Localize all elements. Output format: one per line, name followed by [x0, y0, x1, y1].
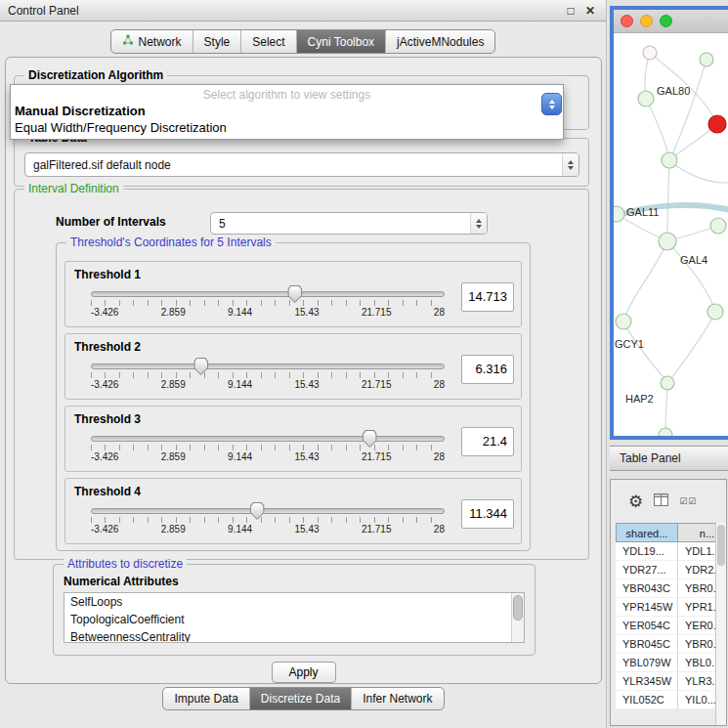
columns-icon[interactable]: [654, 492, 668, 510]
node[interactable]: [661, 376, 674, 390]
cell[interactable]: YDL19...: [616, 542, 678, 561]
table-data-combo[interactable]: galFiltered.sif default node: [24, 152, 579, 177]
cell[interactable]: YDR27...: [616, 561, 678, 579]
threshold-3-slider[interactable]: -3.4262.8599.14415.4321.71528: [91, 436, 445, 462]
tab-impute-data[interactable]: Impute Data: [163, 688, 248, 709]
tab-jactivemnodules[interactable]: jActiveMNodules: [385, 30, 494, 53]
node-label-gcy1[interactable]: GCY1: [615, 338, 644, 350]
tab-select[interactable]: Select: [240, 30, 295, 53]
list-item[interactable]: TopologicalCoefficient: [64, 611, 524, 628]
numerical-attributes-list[interactable]: SelfLoops TopologicalCoefficient Between…: [64, 592, 525, 643]
table-row[interactable]: YBL079WYBL0...: [616, 654, 727, 672]
table-row[interactable]: YDL19...YDL1...: [616, 542, 727, 561]
table-row[interactable]: YDR27...YDR2...: [616, 561, 727, 579]
node[interactable]: [614, 206, 624, 222]
tab-discretize-data[interactable]: Discretize Data: [249, 688, 351, 709]
node[interactable]: [710, 218, 726, 234]
slider-track[interactable]: [91, 508, 445, 514]
close-traffic-button[interactable]: [621, 15, 633, 27]
dropdown-option-equal-width-frequency[interactable]: Equal Width/Frequency Discretization: [11, 119, 563, 136]
float-window-button[interactable]: □: [563, 4, 578, 18]
checkbox-select-icons[interactable]: ☑☑: [679, 496, 697, 506]
combo-stepper[interactable]: [562, 153, 578, 176]
slider-track[interactable]: [91, 436, 445, 442]
tab-cyni-toolbox[interactable]: Cyni Toolbox: [296, 30, 385, 53]
threshold-1-thumb[interactable]: [287, 285, 302, 303]
group-title: Interval Definition: [24, 182, 123, 195]
tab-label: Style: [204, 35, 231, 49]
node-label-gal4[interactable]: GAL4: [680, 254, 707, 266]
slider-ticks: [91, 445, 445, 450]
table-row[interactable]: YPR145WYPR1...: [616, 598, 727, 617]
threshold-2-value-field[interactable]: 6.316: [461, 355, 514, 384]
cell[interactable]: YLR345W: [616, 672, 678, 691]
tab-style[interactable]: Style: [193, 30, 241, 53]
node[interactable]: [707, 304, 723, 320]
settings-gear-icon[interactable]: ⚙: [628, 493, 643, 510]
number-of-intervals-spinner[interactable]: 5: [210, 212, 488, 235]
table-scrollbar[interactable]: [715, 523, 726, 725]
list-item[interactable]: SelfLoops: [64, 593, 524, 611]
column-header-shared-name[interactable]: shared...: [616, 523, 678, 542]
slider-track[interactable]: [91, 291, 445, 297]
threshold-1-value-field[interactable]: 14.713: [461, 282, 514, 312]
node[interactable]: [638, 91, 654, 107]
table-row[interactable]: YER054CYER0...: [616, 617, 727, 635]
group-title: Attributes to discretize: [64, 557, 187, 571]
spinner-stepper[interactable]: [470, 213, 487, 234]
threshold-2-thumb[interactable]: [193, 358, 208, 375]
node-label-gal80[interactable]: GAL80: [657, 85, 690, 97]
scale-label: 28: [434, 524, 445, 535]
zoom-traffic-button[interactable]: [660, 15, 672, 27]
algorithm-combo-stepper[interactable]: [541, 93, 562, 115]
node[interactable]: [700, 53, 713, 66]
threshold-4-value-field[interactable]: 11.344: [461, 499, 514, 529]
network-canvas[interactable]: GAL80 GAL11 GAL4 GCY1 HAP2: [614, 34, 728, 436]
cell[interactable]: YER054C: [616, 617, 678, 635]
scale-label: -3.426: [91, 451, 118, 462]
apply-button[interactable]: Apply: [272, 662, 336, 683]
cell[interactable]: YIL052C: [616, 691, 678, 709]
scrollbar-thumb[interactable]: [717, 525, 725, 566]
node[interactable]: [662, 152, 677, 168]
table-row[interactable]: YIL052CYIL0...: [616, 691, 727, 709]
node[interactable]: [659, 233, 676, 250]
node[interactable]: [659, 428, 672, 436]
spinner-value: 5: [211, 217, 470, 231]
cell[interactable]: YPR145W: [616, 598, 678, 617]
list-scrollbar[interactable]: [511, 593, 524, 642]
scrollbar-thumb[interactable]: [513, 595, 523, 621]
network-view-window[interactable]: GAL80 GAL11 GAL4 GCY1 HAP2: [610, 6, 728, 440]
node-label-hap2[interactable]: HAP2: [625, 393, 654, 405]
close-window-button[interactable]: ✕: [582, 4, 598, 18]
threshold-1-slider[interactable]: -3.4262.8599.14415.4321.71528: [91, 291, 445, 318]
list-item[interactable]: BetweennessCentrality: [64, 628, 524, 643]
node[interactable]: [616, 314, 631, 329]
cell[interactable]: YBR045C: [616, 635, 678, 654]
network-graph: GAL80 GAL11 GAL4 GCY1 HAP2: [614, 34, 728, 436]
dropdown-placeholder: Select algorithm to view settings: [11, 87, 563, 103]
dropdown-option-manual-discretization[interactable]: Manual Discretization: [11, 103, 563, 119]
table-row[interactable]: YBR043CYBR0...: [616, 579, 727, 598]
table-row[interactable]: YLR345WYLR3...: [616, 672, 727, 691]
cell[interactable]: YBR043C: [616, 579, 678, 598]
right-pane: GAL80 GAL11 GAL4 GCY1 HAP2 Table Panel ⚙: [608, 0, 728, 728]
minimize-traffic-button[interactable]: [640, 15, 653, 27]
threshold-3-value-field[interactable]: 21.4: [461, 427, 514, 456]
scale-label: 9.144: [228, 379, 252, 390]
threshold-2-slider[interactable]: -3.4262.8599.14415.4321.71528: [91, 364, 445, 390]
threshold-3-thumb[interactable]: [363, 430, 377, 448]
cell[interactable]: YBL079W: [616, 654, 678, 672]
tab-network[interactable]: Network: [111, 30, 193, 53]
threshold-4-thumb[interactable]: [250, 502, 265, 520]
threshold-4-slider[interactable]: -3.4262.8599.14415.4321.71528: [91, 508, 445, 535]
scale-label: 21.715: [362, 379, 392, 390]
node-label-gal11[interactable]: GAL11: [626, 206, 659, 218]
tab-infer-network[interactable]: Infer Network: [351, 688, 443, 709]
table-row[interactable]: YBR045CYBR0...: [616, 635, 727, 654]
algorithm-dropdown-popup: Select algorithm to view settings Manual…: [10, 84, 564, 140]
slider-track[interactable]: [91, 364, 445, 369]
node[interactable]: [643, 46, 657, 60]
selected-red-node[interactable]: [708, 115, 726, 133]
slider-ticks: [91, 517, 445, 523]
